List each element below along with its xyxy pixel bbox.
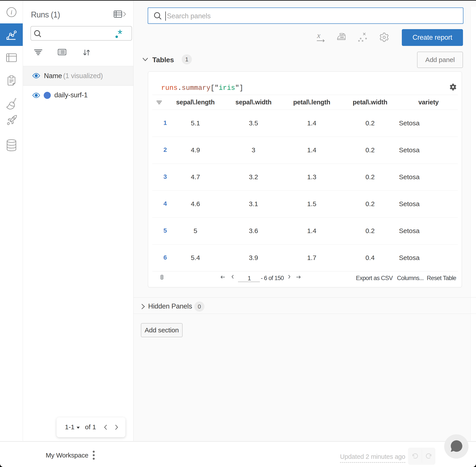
svg-text:x: x xyxy=(317,32,320,39)
svg-text:i: i xyxy=(11,8,12,16)
